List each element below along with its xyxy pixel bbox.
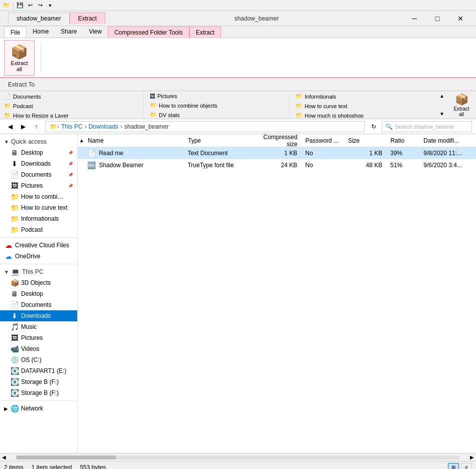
scroll-down-arrow[interactable]: ▼ (439, 111, 444, 117)
extract-all-icon: 📦 (11, 44, 28, 60)
sidebar-item-3d[interactable]: 📦 3D Objects (0, 277, 77, 288)
back-button[interactable]: ◀ (4, 121, 16, 132)
refresh-button[interactable]: ↻ (368, 121, 380, 132)
file-pass-readme: No (301, 150, 344, 157)
col-header-name[interactable]: Name (84, 137, 184, 144)
col-header-type[interactable]: Type (184, 137, 250, 144)
folder-curve[interactable]: 📁 How to curve text (294, 102, 435, 110)
folder-documents-label: Documents (13, 94, 41, 100)
forward-button[interactable]: ▶ (17, 121, 29, 132)
list-view-button[interactable]: ≡ (461, 463, 472, 470)
redo-button[interactable]: ↪ (36, 1, 45, 10)
folder-podcast-label: Podcast (13, 103, 33, 109)
combine-label: How to combine ot (21, 193, 66, 200)
folder-photoshop[interactable]: 📁 How much is photoshop (294, 111, 435, 118)
folder-resize[interactable]: 📁 How to Resize a Layer (2, 111, 143, 118)
search-icon: 🔍 (385, 123, 393, 130)
folder-documents[interactable]: 📄 Documents (2, 92, 143, 101)
col-type-label: Type (188, 137, 201, 144)
undo-button[interactable]: ↩ (26, 1, 35, 10)
status-bar: 2 items 1 item selected 553 bytes ⊞ ≡ (0, 461, 476, 469)
col-header-ratio[interactable]: Ratio (386, 137, 419, 144)
minimize-button[interactable]: ─ (403, 11, 426, 26)
ribbon-tab-file[interactable]: File (4, 27, 27, 38)
folder-resize-label: How to Resize a Layer (13, 113, 69, 118)
scrollbar-track[interactable] (16, 455, 460, 459)
sidebar-item-pictures-qa[interactable]: 🖼 Pictures 📌 (0, 180, 77, 191)
item-count: 2 items (4, 464, 24, 470)
sidebar-item-music[interactable]: 🎵 Music (0, 321, 77, 332)
col-header-date[interactable]: Date modifi... (419, 137, 476, 144)
folder-pictures[interactable]: 🖼 Pictures (148, 92, 289, 100)
sort-indicator: ▲ (78, 138, 84, 143)
sidebar-item-desktop-pc[interactable]: 🖥 Desktop (0, 288, 77, 299)
folder-combine[interactable]: 📁 How to combine objects (148, 101, 289, 110)
sidebar-item-downloads-pc[interactable]: ⬇ Downloads (0, 310, 77, 321)
sidebar-item-pictures-pc[interactable]: 🖼 Pictures (0, 332, 77, 343)
extract-all-side-icon: 📦 (455, 93, 468, 106)
ribbon-tab-extract[interactable]: Extract (189, 27, 221, 38)
scrollbar-thumb[interactable] (16, 455, 116, 459)
sidebar-item-os-c[interactable]: 💿 OS (C:) (0, 354, 77, 365)
scroll-right-arrow[interactable]: ▶ (468, 453, 476, 461)
sidebar-item-curve[interactable]: 📁 How to curve text (0, 202, 77, 213)
cc-label: Creative Cloud Files (15, 242, 69, 249)
tab-shadow-beamer[interactable]: shadow_beamer (8, 13, 70, 24)
scroll-left-arrow[interactable]: ◀ (0, 453, 8, 461)
sidebar-item-informationals[interactable]: 📁 Informationals (0, 213, 77, 224)
col-header-csize[interactable]: Compressed size (250, 134, 301, 148)
sidebar-item-documents-pc[interactable]: 📄 Documents (0, 299, 77, 310)
folder-info[interactable]: 📁 Informtionals (294, 92, 435, 101)
sidebar-item-datapart[interactable]: 💽 DATAPART1 (E:) (0, 365, 77, 376)
storage-b2-icon: 💽 (10, 389, 19, 397)
up-button[interactable]: ↑ (30, 121, 42, 132)
search-box[interactable]: 🔍 Search shadow_beamer (382, 121, 472, 132)
sidebar-item-documents-qa[interactable]: 📄 Documents 📌 (0, 169, 77, 180)
col-ratio-label: Ratio (390, 137, 404, 144)
close-button[interactable]: ✕ (449, 11, 472, 26)
folder-podcast[interactable]: 📁 Podcast (2, 102, 143, 110)
file-csize-readme: 1 KB (250, 150, 301, 157)
folder-icon: 📁 (296, 103, 303, 109)
address-right: ↻ 🔍 Search shadow_beamer (368, 121, 472, 132)
ribbon-tab-home[interactable]: Home (27, 26, 55, 38)
sidebar-quick-access[interactable]: ▼ Quick access (0, 136, 77, 147)
sidebar-item-videos[interactable]: 📹 Videos (0, 343, 77, 354)
scroll-up-arrow[interactable]: ▲ (439, 93, 444, 99)
col-header-size[interactable]: Size (344, 137, 386, 144)
save-button[interactable]: 💾 (16, 1, 25, 10)
pin-icon-doc: 📌 (68, 173, 73, 177)
folder-dv[interactable]: 📁 DV stats (148, 111, 289, 118)
sidebar-item-podcast[interactable]: 📁 Podcast (0, 224, 77, 235)
ribbon-tab-compressed[interactable]: Compressed Folder Tools (108, 27, 189, 38)
sidebar-item-network[interactable]: ▶ 🌐 Network (0, 403, 77, 414)
breadcrumb-this-pc[interactable]: This PC (59, 123, 85, 130)
horizontal-scrollbar[interactable]: ◀ ▶ (0, 453, 476, 461)
pictures-pc-icon: 🖼 (10, 334, 19, 342)
extract-all-button[interactable]: 📦 Extractall (4, 40, 35, 76)
sidebar-item-desktop[interactable]: 🖥 Desktop 📌 (0, 147, 77, 158)
ribbon-tab-share[interactable]: Share (55, 26, 83, 38)
address-path[interactable]: 📁 › This PC › Downloads › shadow_beamer (45, 121, 365, 132)
folder-dv-label: DV stats (159, 112, 180, 118)
maximize-button[interactable]: □ (426, 11, 449, 26)
file-row-shadow-beamer[interactable]: 🔤 Shadow Beamer TrueType font file 24 KB… (78, 159, 476, 171)
pictures-qa-label: Pictures (21, 182, 43, 189)
sidebar-item-downloads-qa[interactable]: ⬇ Downloads 📌 (0, 158, 77, 169)
tab-extract[interactable]: Extract (70, 13, 105, 24)
file-pane: ▲ Name Type Compressed size Password ...… (78, 134, 476, 453)
sidebar-item-cc[interactable]: ☁ Creative Cloud Files (0, 240, 77, 251)
col-header-pass[interactable]: Password ... (302, 137, 344, 144)
sidebar-item-storage-b1[interactable]: 💽 Storage B (F:) (0, 376, 77, 387)
breadcrumb-downloads[interactable]: Downloads (87, 123, 120, 130)
sidebar-item-combine[interactable]: 📁 How to combine ot (0, 191, 77, 202)
grid-view-button[interactable]: ⊞ (448, 463, 459, 470)
sidebar-item-storage-b2[interactable]: 💽 Storage B (F:) (0, 387, 77, 398)
quick-toolbar-dropdown[interactable]: ▼ (46, 1, 55, 10)
file-row-readme[interactable]: 📄 Read me Text Document 1 KB No 1 KB 39%… (78, 147, 476, 159)
col-pass-label: Password ... (306, 137, 339, 144)
sidebar-this-pc[interactable]: ▼ 💻 This PC (0, 266, 77, 277)
sidebar-item-onedrive[interactable]: ☁ OneDrive (0, 251, 77, 262)
extract-all-sidebar[interactable]: 📦 Extractall (449, 92, 474, 118)
ribbon-tab-view[interactable]: View (83, 26, 108, 38)
